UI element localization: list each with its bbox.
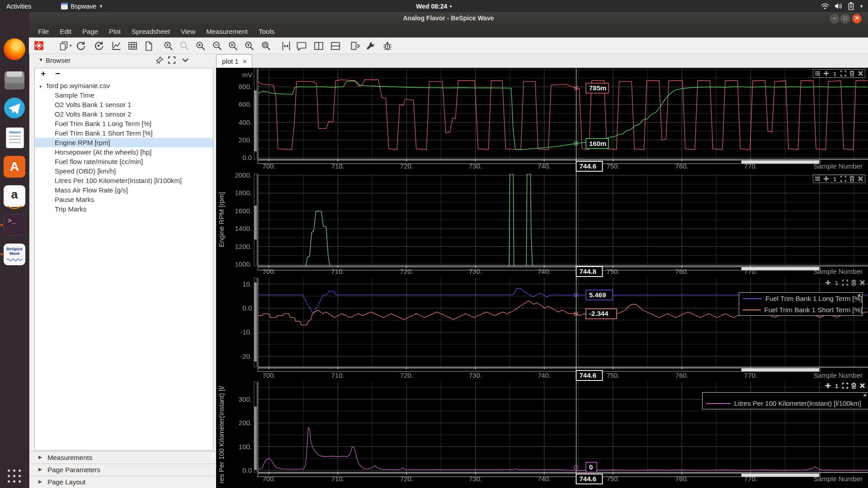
tree-item-trip-marks[interactable]: Trip Marks	[35, 204, 213, 214]
tree-item-horsepower-at-the-wheels-hp[interactable]: Horsepower (At the wheels) [hp]	[35, 147, 213, 157]
plot-trash-icon[interactable]	[849, 175, 855, 182]
tab-plot-1[interactable]: plot 1 ×	[216, 54, 252, 68]
plot-menu-icon[interactable]	[814, 70, 821, 77]
dock-item-amazon[interactable]: a	[4, 185, 25, 207]
toolbar-zoom-in-icon[interactable]	[194, 40, 206, 52]
plot-one-icon[interactable]: 1	[833, 279, 840, 286]
tree-expander-icon[interactable]: ▾	[39, 82, 46, 91]
tree-item-litres-per-100-kilometer-instant-l-100km[interactable]: Litres Per 100 Kilometer(Instant) [l/100…	[35, 176, 213, 185]
tree-item-sample-time[interactable]: Sample Time	[35, 90, 213, 100]
plot-trash-icon[interactable]	[850, 279, 857, 286]
minimize-button[interactable]: –	[830, 14, 839, 23]
tree-item-fuel-trim-bank-1-long-term[interactable]: Fuel Trim Bank 1 Long Term [%]	[35, 119, 213, 128]
expand-arrow-icon[interactable]: ▶	[38, 479, 42, 484]
plot-maximize-icon[interactable]	[840, 175, 847, 182]
tree-item-fuel-trim-bank-1-short-term[interactable]: Fuel Trim Bank 1 Short Term [%]	[35, 128, 213, 138]
expand-arrow-icon[interactable]: ▶	[38, 455, 42, 460]
toolbar-new-page-icon[interactable]	[142, 40, 154, 52]
toolbar-transpose-icon[interactable]	[349, 40, 361, 52]
menu-item-plot[interactable]: Plot	[104, 26, 125, 37]
toolbar-zoom-rect-icon[interactable]	[260, 40, 272, 52]
menu-item-measurement[interactable]: Measurement	[202, 26, 252, 37]
toolbar-debug-bug-icon[interactable]	[381, 40, 393, 52]
browser-panel-header[interactable]: ▼ Browser	[29, 54, 216, 67]
plot-maximize-icon[interactable]	[840, 70, 847, 77]
toolbar-settings-wrench-icon[interactable]	[364, 40, 376, 52]
tree-item-speed-obd-km-h[interactable]: Speed (OBD) [km/h]	[35, 166, 213, 176]
system-tray[interactable]: ▼	[821, 0, 863, 12]
chevron-down-icon[interactable]: ▼	[859, 4, 863, 9]
plot-add-icon[interactable]	[825, 279, 831, 286]
panel-section-page-parameters[interactable]: ▶Page Parameters	[29, 464, 216, 476]
dock-item-app-grid[interactable]	[4, 465, 25, 487]
close-button[interactable]: ✕	[852, 14, 862, 23]
add-signal-button[interactable]: +	[41, 69, 46, 79]
plot-close-icon[interactable]	[857, 70, 864, 77]
tree-item-o2-volts-bank-1-sensor-1[interactable]: O2 Volts Bank 1 sensor 1	[35, 100, 213, 109]
chevron-down-icon[interactable]	[182, 56, 191, 65]
toolbar-cursors-icon[interactable]	[280, 40, 292, 52]
plot-close-icon[interactable]	[859, 279, 866, 286]
dock-item-software-a[interactable]: A	[4, 156, 25, 178]
collapse-arrow-icon[interactable]: ▼	[38, 57, 43, 62]
plot-close-icon[interactable]	[857, 175, 864, 182]
plot-one-icon[interactable]: 1	[831, 70, 838, 77]
tab-close-icon[interactable]: ×	[243, 57, 247, 65]
dock-item-documents[interactable]	[4, 127, 25, 148]
toolbar-split-rows-icon[interactable]	[329, 40, 341, 52]
toolbar-zoom-x-icon[interactable]	[227, 40, 239, 52]
toolbar-close-plot-icon[interactable]	[33, 40, 45, 52]
maximize-panel-icon[interactable]	[168, 56, 177, 65]
tree-item-o2-volts-bank-1-sensor-2[interactable]: O2 Volts Bank 1 sensor 2	[35, 109, 213, 119]
menu-item-page[interactable]: Page	[78, 26, 103, 37]
tree-root-item[interactable]: ▾ford po wymianie.csv	[35, 81, 213, 90]
maximize-button[interactable]: □	[840, 14, 850, 23]
legend-close-icon[interactable]: ×	[863, 392, 867, 399]
plot-menu-icon[interactable]	[814, 175, 821, 182]
panel-section-measurements[interactable]: ▶Measurements	[29, 451, 216, 464]
toolbar-zoom-out-icon[interactable]	[211, 40, 223, 52]
toolbar-table-icon[interactable]	[127, 40, 138, 52]
dropdown-caret-icon[interactable]: ▾	[70, 43, 72, 48]
plot-add-icon[interactable]	[825, 382, 831, 389]
plot-trash-icon[interactable]	[850, 382, 857, 389]
toolbar-annotation-icon[interactable]	[295, 40, 307, 52]
toolbar-zoom-free-icon[interactable]	[178, 40, 190, 52]
toolbar-zoom-fit-icon[interactable]	[162, 40, 174, 52]
dock-item-firefox[interactable]	[4, 38, 25, 60]
dock-item-files[interactable]	[4, 68, 25, 89]
plot-canvas[interactable]	[216, 68, 868, 488]
menu-item-file[interactable]: File	[33, 26, 53, 37]
menu-item-tools[interactable]: Tools	[254, 26, 279, 37]
plot-maximize-icon[interactable]	[842, 382, 849, 389]
toolbar-split-columns-icon[interactable]	[312, 40, 324, 52]
plot-add-icon[interactable]	[823, 70, 830, 77]
plot-one-icon[interactable]: 1	[833, 382, 840, 389]
menu-item-edit[interactable]: Edit	[55, 26, 76, 37]
plot-one-icon[interactable]: 1	[831, 175, 838, 182]
panel-section-page-layout[interactable]: ▶Page Layout	[29, 476, 216, 488]
plot-add-icon[interactable]	[823, 175, 830, 182]
dock-item-chat[interactable]	[4, 97, 25, 119]
toolbar-reload-icon[interactable]	[75, 40, 86, 52]
toolbar-reload-plus-icon[interactable]	[93, 40, 104, 52]
plot-close-icon[interactable]	[859, 382, 866, 389]
toolbar-open-file-icon[interactable]	[58, 40, 70, 52]
dock-item-bespice-wave[interactable]: BeSpiceWave	[4, 244, 25, 265]
plot-maximize-icon[interactable]	[842, 279, 849, 286]
toolbar-zoom-y-icon[interactable]	[243, 40, 255, 52]
pin-icon[interactable]	[156, 56, 165, 65]
plot-trash-icon[interactable]	[849, 70, 855, 77]
expand-arrow-icon[interactable]: ▶	[38, 467, 42, 472]
window-titlebar[interactable]: Analog Flavor - BeSpice Wave – □ ✕	[29, 12, 868, 25]
toolbar-chart-icon[interactable]	[110, 40, 122, 52]
remove-signal-button[interactable]: −	[55, 69, 60, 79]
tree-item-fuel-flow-rate-minute-cc-min[interactable]: Fuel flow rate/minute [cc/min]	[35, 157, 213, 166]
clock[interactable]: Wed 08:24●	[0, 3, 868, 10]
tree-item-pause-marks[interactable]: Pause Marks	[35, 195, 213, 204]
legend-close-icon[interactable]: ×	[857, 292, 861, 299]
menu-item-view[interactable]: View	[176, 26, 200, 37]
tree-item-mass-air-flow-rate-g-s[interactable]: Mass Air Flow Rate [g/s]	[35, 185, 213, 195]
dock-item-terminal[interactable]: >_	[4, 214, 25, 236]
tree-item-engine-rpm-rpm[interactable]: Engine RPM [rpm]	[35, 138, 213, 147]
